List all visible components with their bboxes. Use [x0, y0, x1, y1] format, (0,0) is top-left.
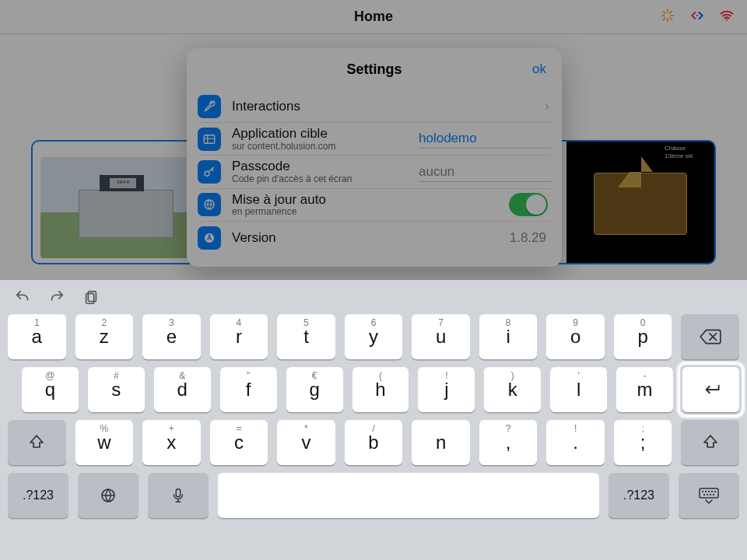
- svg-rect-17: [86, 293, 94, 303]
- key-l[interactable]: 'l: [550, 367, 607, 412]
- key-i[interactable]: 8i: [479, 314, 538, 359]
- key-numswitch-right[interactable]: .?123: [608, 473, 669, 518]
- svg-rect-20: [700, 488, 718, 498]
- key-semicolon[interactable]: ;;: [614, 420, 672, 465]
- dim-overlay: [0, 0, 747, 280]
- svg-rect-24: [711, 491, 713, 492]
- key-numswitch-left[interactable]: .?123: [8, 473, 68, 518]
- key-v[interactable]: *v: [277, 420, 335, 465]
- svg-rect-22: [705, 491, 707, 492]
- key-comma[interactable]: ?,: [479, 420, 538, 465]
- svg-rect-25: [714, 491, 716, 492]
- svg-rect-28: [710, 494, 711, 495]
- key-p[interactable]: 0p: [614, 314, 672, 359]
- key-backspace[interactable]: [681, 314, 739, 359]
- key-a[interactable]: 1a: [8, 314, 66, 359]
- undo-icon[interactable]: [14, 289, 31, 309]
- key-k[interactable]: )k: [484, 367, 541, 412]
- svg-rect-23: [708, 491, 710, 492]
- key-q[interactable]: @q: [22, 367, 79, 412]
- key-d[interactable]: &d: [154, 367, 211, 412]
- svg-rect-29: [713, 494, 714, 495]
- redo-icon[interactable]: [48, 289, 65, 309]
- key-z[interactable]: 2z: [75, 314, 134, 359]
- svg-rect-16: [88, 292, 96, 302]
- onscreen-keyboard: 1a2z3e4r5t6y7u8i9o0p @q#s&d"f€g(h!j)k'l-…: [0, 280, 747, 560]
- key-n[interactable]: n: [412, 420, 470, 465]
- key-j[interactable]: !j: [418, 367, 475, 412]
- key-globe[interactable]: [78, 473, 139, 518]
- key-shift[interactable]: [681, 420, 739, 465]
- key-h[interactable]: (h: [352, 367, 409, 412]
- key-f[interactable]: "f: [220, 367, 277, 412]
- key-y[interactable]: 6y: [345, 314, 403, 359]
- key-r[interactable]: 4r: [210, 314, 268, 359]
- key-m[interactable]: -m: [616, 367, 673, 412]
- svg-rect-27: [707, 494, 708, 495]
- key-period[interactable]: !.: [546, 420, 605, 465]
- key-o[interactable]: 9o: [546, 314, 605, 359]
- key-w[interactable]: %w: [75, 420, 134, 465]
- key-return[interactable]: [682, 367, 739, 412]
- key-b[interactable]: /b: [345, 420, 403, 465]
- svg-rect-26: [703, 494, 705, 495]
- key-space[interactable]: [218, 473, 599, 518]
- key-mic[interactable]: [148, 473, 209, 518]
- key-x[interactable]: +x: [142, 420, 201, 465]
- key-g[interactable]: €g: [286, 367, 343, 412]
- key-u[interactable]: 7u: [412, 314, 470, 359]
- clipboard-icon[interactable]: [82, 289, 100, 309]
- svg-rect-21: [702, 491, 703, 492]
- key-e[interactable]: 3e: [142, 314, 201, 359]
- key-dismiss-keyboard[interactable]: [679, 473, 739, 518]
- key-c[interactable]: =c: [210, 420, 268, 465]
- key-s[interactable]: #s: [88, 367, 145, 412]
- key-shift[interactable]: [8, 420, 66, 465]
- key-t[interactable]: 5t: [277, 314, 335, 359]
- svg-rect-19: [176, 489, 181, 497]
- keyboard-toolbar: [8, 286, 739, 314]
